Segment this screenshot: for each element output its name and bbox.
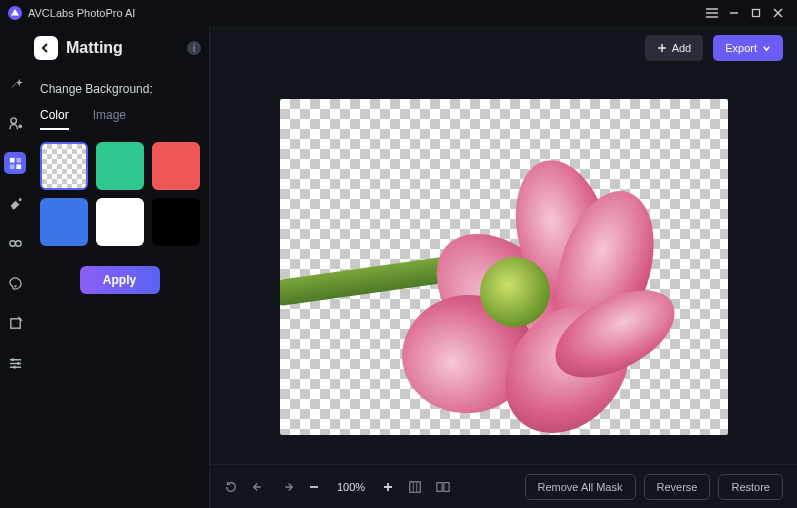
- app-title: AVCLabs PhotoPro AI: [28, 7, 135, 19]
- workspace-header: Add Export: [210, 26, 797, 70]
- compare-icon[interactable]: [436, 480, 450, 494]
- swatch-white[interactable]: [96, 198, 144, 246]
- canvas-area: [210, 70, 797, 464]
- zoom-level: 100%: [334, 481, 368, 493]
- svg-point-9: [9, 240, 15, 246]
- svg-point-14: [16, 362, 19, 365]
- swatch-blue[interactable]: [40, 198, 88, 246]
- svg-rect-17: [437, 482, 442, 491]
- minimize-icon[interactable]: [723, 2, 745, 24]
- tool-background[interactable]: [4, 152, 26, 174]
- svg-point-15: [13, 365, 16, 368]
- tool-clone[interactable]: [4, 232, 26, 254]
- restore-button[interactable]: Restore: [718, 474, 783, 500]
- svg-rect-5: [16, 157, 21, 162]
- svg-rect-7: [16, 164, 21, 169]
- tab-image[interactable]: Image: [93, 108, 126, 130]
- svg-rect-18: [444, 482, 449, 491]
- svg-point-13: [11, 358, 14, 361]
- zoom-out-icon[interactable]: [308, 481, 320, 493]
- svg-point-2: [10, 117, 16, 123]
- tool-object[interactable]: [4, 112, 26, 134]
- svg-rect-6: [9, 164, 14, 169]
- svg-point-11: [14, 285, 16, 287]
- apply-button[interactable]: Apply: [80, 266, 160, 294]
- change-background-label: Change Background:: [40, 82, 199, 96]
- add-button[interactable]: Add: [645, 35, 704, 61]
- svg-rect-12: [10, 318, 19, 327]
- bg-tabs: Color Image: [40, 108, 199, 130]
- svg-point-3: [18, 124, 22, 128]
- redo-icon[interactable]: [280, 480, 294, 494]
- fit-icon[interactable]: [408, 480, 422, 494]
- tool-adjust[interactable]: [4, 352, 26, 374]
- remove-all-mask-button[interactable]: Remove All Mask: [525, 474, 636, 500]
- back-button[interactable]: [34, 36, 58, 60]
- rotate-icon[interactable]: [224, 480, 238, 494]
- svg-rect-1: [753, 10, 760, 17]
- flower-calyx: [480, 257, 550, 327]
- reverse-button[interactable]: Reverse: [644, 474, 711, 500]
- info-icon[interactable]: i: [187, 41, 201, 55]
- swatch-transparent[interactable]: [40, 142, 88, 190]
- swatch-red[interactable]: [152, 142, 200, 190]
- image-canvas[interactable]: [280, 99, 728, 435]
- tool-magic[interactable]: [4, 72, 26, 94]
- svg-rect-16: [410, 481, 421, 492]
- color-swatches: [40, 142, 199, 246]
- plus-icon: [657, 43, 667, 53]
- app-logo: [8, 6, 22, 20]
- svg-marker-0: [11, 9, 19, 15]
- tab-color[interactable]: Color: [40, 108, 69, 130]
- swatch-green[interactable]: [96, 142, 144, 190]
- bottom-toolbar: 100% Remove All Mask Reverse Restore: [210, 464, 797, 508]
- titlebar: AVCLabs PhotoPro AI: [0, 0, 797, 26]
- zoom-in-icon[interactable]: [382, 481, 394, 493]
- svg-point-10: [15, 240, 21, 246]
- menu-icon[interactable]: [701, 2, 723, 24]
- export-button[interactable]: Export: [713, 35, 783, 61]
- toolstrip: [0, 26, 30, 508]
- tool-eraser[interactable]: [4, 192, 26, 214]
- undo-icon[interactable]: [252, 480, 266, 494]
- svg-rect-4: [9, 157, 14, 162]
- chevron-down-icon: [762, 44, 771, 53]
- tool-color[interactable]: [4, 272, 26, 294]
- maximize-icon[interactable]: [745, 2, 767, 24]
- main: Matting i Change Background: Color Image…: [0, 26, 797, 508]
- workspace: Add Export: [210, 26, 797, 508]
- swatch-black[interactable]: [152, 198, 200, 246]
- panel-title: Matting: [66, 39, 179, 57]
- add-button-label: Add: [672, 42, 692, 54]
- tool-crop[interactable]: [4, 312, 26, 334]
- close-icon[interactable]: [767, 2, 789, 24]
- side-panel: Matting i Change Background: Color Image…: [30, 26, 210, 508]
- svg-point-8: [18, 198, 21, 201]
- export-button-label: Export: [725, 42, 757, 54]
